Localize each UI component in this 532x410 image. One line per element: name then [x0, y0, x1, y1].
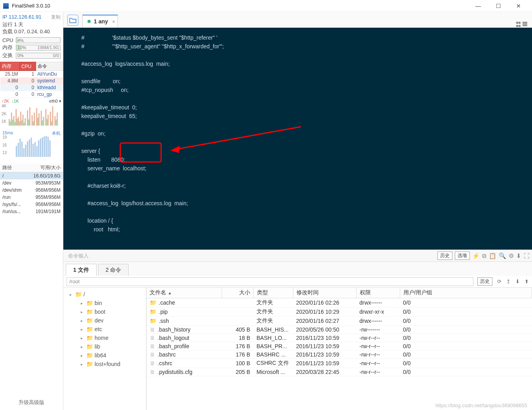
- path-bar: 历史 ⟳ ↥ ⬇ ⬆: [63, 276, 532, 288]
- app-icon: [3, 3, 9, 9]
- tree-node[interactable]: ▸📁lib: [65, 342, 144, 351]
- sidebar: IP 112.126.61.91复制 运行 1 天 负载 0.07, 0.24,…: [0, 12, 63, 410]
- svg-rect-10: [32, 115, 33, 126]
- tree-node[interactable]: ▸📁lib64: [65, 351, 144, 360]
- file-row[interactable]: 📁.cache文件夹2020/01/16 02:26drwx------0/0: [146, 298, 532, 307]
- window-title: FinalShell 3.0.10: [12, 3, 50, 9]
- list-view-icon: [522, 22, 528, 27]
- svg-rect-8: [27, 111, 28, 126]
- file-area: ▸📁/▸📁bin▸📁boot▸📁dev▸📁etc▸📁home▸📁lib▸📁lib…: [63, 288, 532, 410]
- cpu-stat: CPU 4%: [0, 37, 63, 44]
- upload-file-icon[interactable]: ⬆: [524, 278, 529, 284]
- svg-rect-43: [29, 139, 30, 157]
- svg-rect-22: [10, 121, 11, 126]
- bottom-tabs: 1 文件 2 命令: [63, 261, 532, 276]
- svg-rect-34: [51, 121, 52, 126]
- titlebar: FinalShell 3.0.10 — ☐ ✕: [0, 0, 532, 12]
- tree-node[interactable]: ▸📁lost+found: [65, 360, 144, 368]
- svg-rect-37: [18, 143, 19, 157]
- net-chart: ↑2K ↓1K eth0 ▾ 4K2K1K: [0, 98, 63, 130]
- grid-view-icon: [516, 22, 522, 27]
- tree-node[interactable]: ▸📁bin: [65, 299, 144, 307]
- svg-rect-14: [41, 111, 42, 126]
- svg-rect-16: [46, 109, 47, 126]
- svg-rect-48: [38, 140, 39, 157]
- uptime-label: 运行 1 天: [2, 21, 61, 28]
- svg-rect-11: [34, 113, 35, 126]
- refresh-icon[interactable]: ⟳: [497, 278, 502, 284]
- load-label: 负载 0.07, 0.24, 0.40: [2, 28, 61, 35]
- svg-rect-0: [9, 119, 10, 126]
- tree-node[interactable]: ▸📁/: [65, 290, 144, 299]
- svg-rect-36: [16, 146, 17, 157]
- svg-rect-30: [33, 121, 34, 126]
- svg-rect-27: [21, 120, 23, 126]
- tree-node[interactable]: ▸📁etc: [65, 325, 144, 334]
- svg-rect-45: [32, 144, 34, 157]
- svg-rect-52: [46, 136, 47, 157]
- files-tab[interactable]: 1 文件: [66, 264, 97, 276]
- svg-rect-6: [23, 115, 24, 126]
- maximize-button[interactable]: ☐: [496, 3, 501, 9]
- file-row[interactable]: 🗎.bashrc176 BBASHRC ...2016/11/23 10:59-…: [146, 351, 532, 359]
- swap-stat: 交换 0%0/0: [0, 51, 63, 59]
- svg-rect-40: [23, 148, 25, 157]
- svg-rect-17: [48, 115, 49, 126]
- watermark: https://blog.csdn.net/tangdou369098655: [435, 402, 527, 408]
- process-table: 内存 CPU 命令 25.1M1AliYunDu4.8M0systemd00kt…: [0, 62, 63, 98]
- svg-rect-44: [31, 138, 32, 157]
- window-controls: — ☐ ✕: [475, 3, 529, 9]
- svg-rect-4: [18, 117, 19, 126]
- view-mode-buttons[interactable]: [516, 22, 532, 27]
- latency-chart: 15ms本机 191613: [0, 130, 63, 161]
- file-row[interactable]: 🗎.pydistutils.cfg205 BMicrosoft ...2020/…: [146, 368, 532, 376]
- file-row[interactable]: 📁.ssh文件夹2020/01/16 02:27drwx------0/0: [146, 317, 532, 326]
- svg-rect-23: [12, 120, 13, 126]
- download-file-icon[interactable]: ⬇: [515, 278, 520, 284]
- file-row[interactable]: 🗎.bash_profile176 BBASH_PR...2016/11/23 …: [146, 342, 532, 351]
- svg-rect-49: [40, 139, 41, 157]
- svg-rect-9: [29, 107, 30, 126]
- svg-rect-19: [52, 107, 53, 126]
- minimize-button[interactable]: —: [475, 3, 481, 9]
- tree-node[interactable]: ▸📁dev: [65, 316, 144, 325]
- commands-tab[interactable]: 2 命令: [98, 264, 129, 276]
- svg-rect-24: [15, 122, 16, 126]
- svg-rect-33: [46, 119, 48, 126]
- tree-node[interactable]: ▸📁boot: [65, 307, 144, 316]
- close-tab-button[interactable]: ×: [112, 19, 115, 25]
- file-list[interactable]: 文件名▲ 大小 类型 修改时间 权限 用户/用户组 📁.cache文件夹2020…: [146, 288, 532, 410]
- svg-rect-15: [43, 117, 44, 126]
- tab-1[interactable]: 1 any ×: [82, 15, 118, 27]
- svg-rect-39: [21, 142, 23, 157]
- svg-rect-35: [56, 120, 57, 126]
- tree-node[interactable]: ▸📁home: [65, 334, 144, 342]
- iface-selector[interactable]: eth0 ▾: [49, 99, 61, 104]
- svg-rect-1: [11, 113, 12, 126]
- mem-stat: 内存 10%198M/1.9G: [0, 44, 63, 51]
- file-row[interactable]: 🗎.bash_logout18 BBASH_LO...2016/11/23 10…: [146, 334, 532, 342]
- path-history-button[interactable]: 历史: [477, 277, 492, 286]
- upgrade-link[interactable]: 升级高级版: [0, 399, 63, 406]
- up-icon[interactable]: ↥: [506, 278, 511, 284]
- main-area: 1 any × # '$status $body_bytes_sent "$ht…: [63, 12, 532, 410]
- copy-ip-button[interactable]: 复制: [51, 14, 61, 21]
- file-row[interactable]: 🗎.bash_history405 BBASH_HIS...2020/05/26…: [146, 326, 532, 334]
- svg-rect-26: [19, 121, 20, 126]
- folder-tree[interactable]: ▸📁/▸📁bin▸📁boot▸📁dev▸📁etc▸📁home▸📁lib▸📁lib…: [63, 288, 146, 410]
- svg-rect-13: [38, 113, 40, 126]
- open-folder-button[interactable]: [67, 15, 78, 26]
- close-button[interactable]: ✕: [516, 3, 521, 9]
- file-row[interactable]: 🗎.cshrc100 BCSHRC 文件2016/11/23 10:59-rw-…: [146, 359, 532, 368]
- file-row[interactable]: 📁.pip文件夹2020/01/16 10:29drwxr-xr-x0/0: [146, 307, 532, 317]
- path-input[interactable]: [66, 277, 473, 286]
- svg-rect-53: [48, 137, 49, 157]
- tab-bar: 1 any ×: [63, 12, 532, 28]
- svg-rect-38: [19, 139, 21, 157]
- ip-label: IP 112.126.61.91: [2, 14, 42, 21]
- svg-rect-54: [49, 140, 51, 157]
- terminal[interactable]: # '$status $body_bytes_sent "$http_refer…: [63, 28, 532, 250]
- svg-rect-31: [37, 118, 38, 126]
- svg-rect-2: [13, 116, 15, 126]
- svg-rect-25: [17, 118, 18, 126]
